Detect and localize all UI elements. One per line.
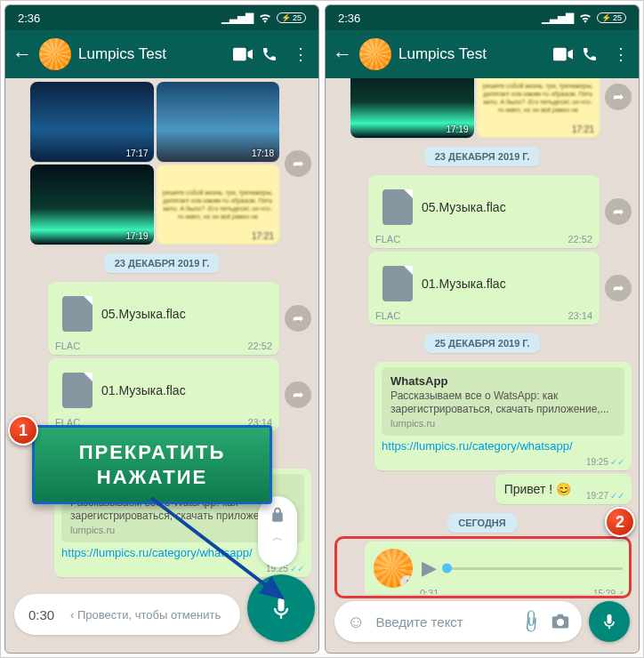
signal-icon: ▁▃▅▇ xyxy=(221,12,254,24)
link-url[interactable]: https://lumpics.ru/category/whatsapp/ xyxy=(382,439,624,453)
voice-call-icon[interactable] xyxy=(582,46,603,62)
file-message[interactable]: 01.Музыка.flac FLAC23:14 xyxy=(48,358,279,431)
chat-title[interactable]: Lumpics Test xyxy=(398,45,546,63)
compose-bar: ☺ Введите текст 📎 xyxy=(326,594,639,653)
image-grid[interactable]: 17:19 решите собой жизнь, три, тренажеры… xyxy=(350,78,600,138)
chat-header: ← Lumpics Test ⋮ xyxy=(5,30,318,78)
file-row: 05.Музыка.flac FLAC22:52 ➦ xyxy=(12,282,311,355)
annotation-badge-1: 1 xyxy=(8,415,38,445)
file-name: 05.Музыка.flac xyxy=(101,307,186,321)
compose-placeholder: Введите текст xyxy=(375,614,511,630)
image-grid-row: 17:19 решите собой жизнь, три, тренажеры… xyxy=(333,78,632,138)
emoji-icon[interactable]: ☺ xyxy=(347,612,365,632)
file-message[interactable]: 05.Музыка.flac FLAC22:52 xyxy=(368,175,600,248)
file-icon xyxy=(382,266,413,301)
back-icon[interactable]: ← xyxy=(333,43,352,66)
status-icons: ▁▃▅▇ ⚡25 xyxy=(221,12,306,24)
video-call-icon[interactable] xyxy=(553,47,575,61)
annotation-highlight xyxy=(334,536,632,598)
file-row: 01.Музыка.flac FLAC23:14 ➦ xyxy=(12,358,311,431)
grid-image[interactable]: решите собой жизнь, три, тренажеры, диле… xyxy=(477,78,600,138)
phone-left: 2:36 ▁▃▅▇ ⚡25 ← Lumpics Test ⋮ 17:17 17:… xyxy=(4,4,319,654)
recording-time: 0:30 xyxy=(28,607,54,622)
forward-icon[interactable]: ➦ xyxy=(605,275,632,301)
status-bar: 2:36 ▁▃▅▇ ⚡25 xyxy=(5,5,318,30)
file-message[interactable]: 01.Музыка.flac FLAC23:14 xyxy=(368,252,600,325)
annotation-badge-2: 2 xyxy=(605,507,635,537)
forward-icon[interactable]: ➦ xyxy=(285,150,311,177)
battery-icon: ⚡25 xyxy=(597,12,626,23)
grid-image[interactable]: 17:19 xyxy=(350,78,474,138)
chat-title[interactable]: Lumpics Test xyxy=(78,45,226,63)
file-name: 01.Музыка.flac xyxy=(101,383,186,397)
grid-image[interactable]: решите собой жизнь, три, тренажеры, диле… xyxy=(157,164,280,245)
file-icon xyxy=(62,296,93,332)
status-bar: 2:36 ▁▃▅▇ ⚡25 xyxy=(326,5,639,30)
date-separator: 23 ДЕКАБРЯ 2019 Г. xyxy=(104,253,221,273)
menu-icon[interactable]: ⋮ xyxy=(290,44,311,64)
signal-icon: ▁▃▅▇ xyxy=(542,12,574,24)
file-icon xyxy=(382,189,413,225)
mic-button[interactable] xyxy=(589,601,630,642)
status-time: 2:36 xyxy=(338,12,542,25)
chat-avatar[interactable] xyxy=(359,38,391,70)
forward-icon[interactable]: ➦ xyxy=(605,84,632,110)
menu-icon[interactable]: ⋮ xyxy=(610,44,632,64)
grid-image[interactable]: 17:17 xyxy=(30,82,154,162)
phone-right: 2:36 ▁▃▅▇ ⚡25 ← Lumpics Test ⋮ 17:19 реш… xyxy=(325,4,640,654)
grid-image[interactable]: 17:19 xyxy=(30,164,154,245)
wifi-icon xyxy=(259,13,271,23)
forward-icon[interactable]: ➦ xyxy=(605,198,632,225)
wifi-icon xyxy=(579,13,592,23)
grid-image[interactable]: 17:18 xyxy=(157,82,280,162)
file-row: 01.Музыка.flac FLAC23:14 ➦ xyxy=(333,252,632,325)
attach-icon[interactable]: 📎 xyxy=(517,607,544,635)
file-row: 05.Музыка.flac FLAC22:52 ➦ xyxy=(333,175,632,248)
image-grid[interactable]: 17:17 17:18 17:19 решите собой жизнь, тр… xyxy=(30,82,279,245)
compose-input[interactable]: ☺ Введите текст 📎 xyxy=(334,601,582,642)
back-icon[interactable]: ← xyxy=(12,43,32,66)
file-message[interactable]: 05.Музыка.flac FLAC22:52 xyxy=(48,282,279,355)
chat-avatar[interactable] xyxy=(39,38,71,70)
file-icon xyxy=(62,373,93,408)
date-separator: 25 ДЕКАБРЯ 2019 Г. xyxy=(424,333,541,353)
video-call-icon[interactable] xyxy=(233,47,254,61)
chat-header: ← Lumpics Test ⋮ xyxy=(326,30,639,78)
image-grid-row: 17:17 17:18 17:19 решите собой жизнь, тр… xyxy=(12,82,311,245)
status-time: 2:36 xyxy=(18,12,221,25)
date-separator: СЕГОДНЯ xyxy=(447,513,516,533)
text-message[interactable]: Привет ! 😊 19:27✓✓ xyxy=(495,474,632,504)
forward-icon[interactable]: ➦ xyxy=(285,305,311,332)
annotation-arrow xyxy=(144,491,304,624)
voice-call-icon[interactable] xyxy=(262,46,283,62)
link-preview: WhatsApp Рассказываем все о WatsApp: как… xyxy=(382,367,624,436)
date-separator: 23 ДЕКАБРЯ 2019 Г. xyxy=(424,147,541,166)
forward-icon[interactable]: ➦ xyxy=(285,381,311,408)
camera-icon[interactable] xyxy=(551,614,569,630)
status-icons: ▁▃▅▇ ⚡25 xyxy=(542,12,626,24)
battery-icon: ⚡25 xyxy=(277,12,306,23)
link-message[interactable]: WhatsApp Рассказываем все о WatsApp: как… xyxy=(374,362,632,470)
chat-body[interactable]: 17:19 решите собой жизнь, три, тренажеры… xyxy=(326,78,639,594)
